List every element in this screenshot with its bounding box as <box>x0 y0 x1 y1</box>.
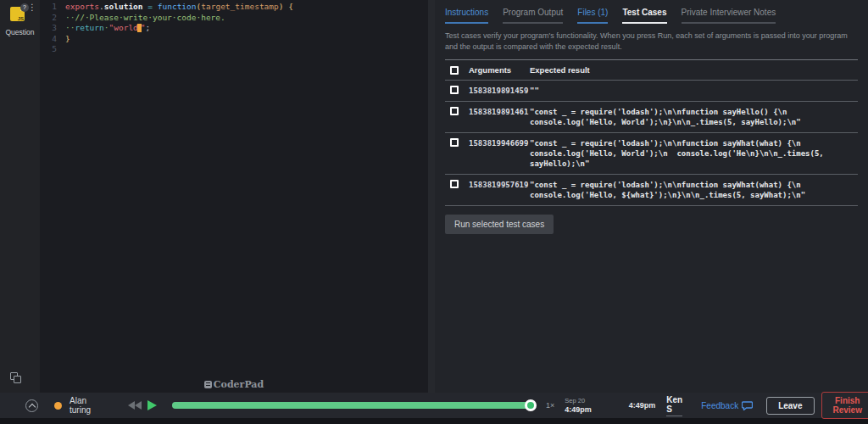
line-number: 5 <box>40 44 57 55</box>
test-case-checkbox[interactable] <box>450 107 459 115</box>
finish-review-button[interactable]: Finish Review <box>821 392 868 419</box>
test-case-expected-result: "" <box>530 86 858 96</box>
test-case-argument: 1583819946699 <box>469 138 530 148</box>
code-lines[interactable]: 1exports.solution = function(target_time… <box>40 2 428 55</box>
code-line[interactable]: 4} <box>40 34 428 45</box>
test-case-expected-result: "const _ = require('lodash');\n\nfunctio… <box>530 138 858 169</box>
code-line[interactable]: 1exports.solution = function(target_time… <box>40 2 428 13</box>
js-file-icon-label: JS <box>18 16 24 21</box>
playback-timeline[interactable] <box>172 402 535 409</box>
play-icon[interactable] <box>147 400 157 410</box>
feedback-link[interactable]: Feedback <box>701 401 753 410</box>
playback-bar: Alan turing 1× Sep 20 4:49pm 4:49pm Ken … <box>0 393 868 418</box>
code-line[interactable]: 3··return·"world"; <box>40 23 428 34</box>
line-number: 1 <box>40 2 57 13</box>
collapse-playbar-button[interactable] <box>25 399 38 412</box>
test-case-row: 1583819957619"const _ = require('lodash'… <box>445 175 858 206</box>
coderpad-logo-icon <box>204 381 212 388</box>
test-case-checkbox[interactable] <box>450 180 459 188</box>
tab-files-1[interactable]: Files (1) <box>577 8 608 24</box>
sidebar-item-question[interactable]: JS ? ⋮ Question <box>0 0 40 36</box>
tab-test-cases[interactable]: Test Cases <box>622 8 666 24</box>
tab-program-output[interactable]: Program Output <box>503 8 563 24</box>
participant-status-dot <box>54 402 62 410</box>
session-end-time: 4:49pm <box>565 405 592 414</box>
test-case-expected-result: "const _ = require('lodash');\n\nfunctio… <box>530 107 858 127</box>
panel-tabs: InstructionsProgram OutputFiles (1)Test … <box>445 0 858 24</box>
test-cases-table: Arguments Expected result 1583819891459"… <box>445 59 858 206</box>
arguments-column-header: Arguments <box>469 65 530 75</box>
question-file-label: Question <box>0 28 40 36</box>
run-selected-test-cases-button[interactable]: Run selected test cases <box>445 215 554 234</box>
playback-knob[interactable] <box>525 399 537 411</box>
coderpad-watermark: CoderPad <box>40 380 428 391</box>
participant-name: Alan turing <box>70 396 91 415</box>
playback-progress-fill <box>172 402 535 409</box>
copy-icon[interactable] <box>10 372 22 384</box>
leave-button[interactable]: Leave <box>766 397 814 415</box>
line-number: 4 <box>40 34 57 45</box>
bottom-strip <box>0 418 868 424</box>
table-header-row: Arguments Expected result <box>445 60 858 81</box>
rewind-icon[interactable] <box>128 401 142 410</box>
current-playback-time: 4:49pm <box>629 401 656 410</box>
feedback-label: Feedback <box>701 401 738 410</box>
code-editor[interactable]: 1exports.solution = function(target_time… <box>40 0 428 393</box>
test-case-checkbox[interactable] <box>450 138 459 147</box>
code-line[interactable]: 5 <box>40 44 428 55</box>
file-sidebar: JS ? ⋮ Question <box>0 0 40 393</box>
expected-result-column-header: Expected result <box>530 65 858 75</box>
session-end-timestamp: Sep 20 4:49pm <box>565 397 592 414</box>
test-case-rows: 1583819891459""1583819891461"const _ = r… <box>445 81 858 206</box>
test-case-row: 1583819946699"const _ = require('lodash'… <box>445 133 858 175</box>
panel-divider[interactable] <box>428 0 435 393</box>
code-line[interactable]: 2··//·Please·write·your·code·here. <box>40 13 428 24</box>
select-all-checkbox[interactable] <box>450 66 459 75</box>
tab-instructions[interactable]: Instructions <box>445 8 488 24</box>
test-case-row: 1583819891459"" <box>445 81 858 102</box>
right-panel: InstructionsProgram OutputFiles (1)Test … <box>435 0 868 393</box>
speech-bubble-icon <box>742 401 753 410</box>
tab-private-interviewer-notes[interactable]: Private Interviewer Notes <box>682 8 776 24</box>
playback-speed[interactable]: 1× <box>546 401 554 410</box>
test-case-expected-result: "const _ = require('lodash');\n\nfunctio… <box>530 180 858 200</box>
test-case-argument: 1583819891459 <box>469 86 530 95</box>
line-number: 2 <box>40 13 57 24</box>
line-number: 3 <box>40 23 57 34</box>
test-case-argument: 1583819891461 <box>469 107 530 116</box>
test-case-checkbox[interactable] <box>450 86 459 94</box>
test-cases-description: Test cases verify your program's functio… <box>445 31 858 53</box>
kebab-menu-icon[interactable]: ⋮ <box>28 5 36 10</box>
test-case-row: 1583819891461"const _ = require('lodash'… <box>445 102 858 133</box>
coderpad-watermark-text: CoderPad <box>214 379 264 390</box>
coderpad-playback-app: JS ? ⋮ Question 1exports.solution = func… <box>0 0 868 393</box>
session-end-date: Sep 20 <box>565 397 592 405</box>
reviewer-name-input[interactable]: Ken S <box>666 395 682 416</box>
test-case-argument: 1583819957619 <box>469 180 530 189</box>
